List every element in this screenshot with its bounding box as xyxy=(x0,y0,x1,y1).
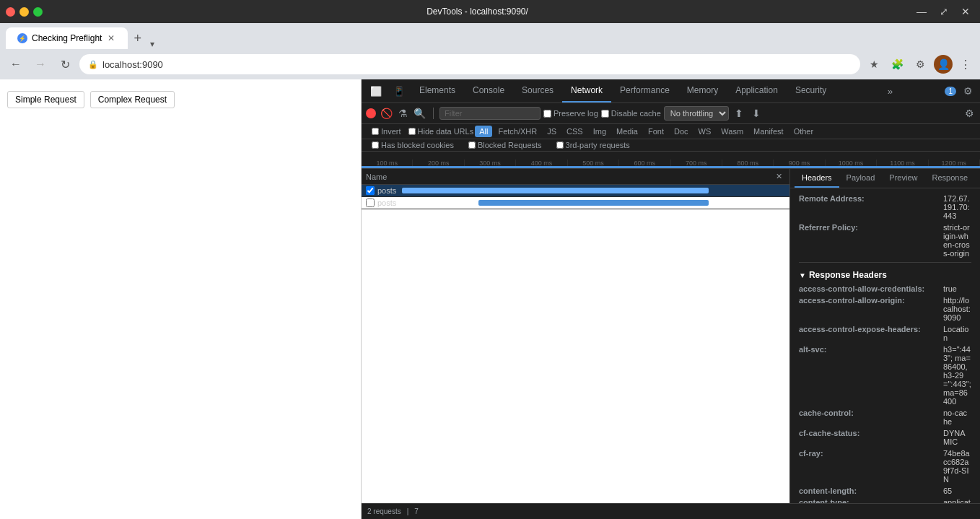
device-icon[interactable]: 📱 xyxy=(388,82,411,101)
notification-badge: 1 xyxy=(945,87,956,96)
details-tab-initiator[interactable]: Initiator xyxy=(975,169,980,188)
tab-network[interactable]: Network xyxy=(562,79,611,103)
filter-css[interactable]: CSS xyxy=(562,126,587,137)
third-party-label[interactable]: 3rd-party requests xyxy=(556,141,630,149)
maximize-button[interactable] xyxy=(33,7,43,17)
tab-security[interactable]: Security xyxy=(787,79,835,103)
close-details-button[interactable]: ✕ xyxy=(773,172,785,181)
invert-label[interactable]: Invert xyxy=(372,127,401,136)
filter-ws[interactable]: WS xyxy=(694,126,716,137)
details-content: Remote Address: 172.67.191.70:443 Referr… xyxy=(790,188,980,503)
tab-more-button[interactable]: ▾ xyxy=(150,39,154,49)
remote-address-row: Remote Address: 172.67.191.70:443 xyxy=(799,193,971,222)
address-text: localhost:9090 xyxy=(102,59,163,70)
details-tab-payload[interactable]: Payload xyxy=(839,169,883,188)
filter-img[interactable]: Img xyxy=(589,126,611,137)
win-close-button[interactable]: ✕ xyxy=(957,4,974,19)
extension-button[interactable]: 🧩 xyxy=(888,55,906,74)
invert-checkbox[interactable] xyxy=(372,128,379,135)
win-maximize-button[interactable]: ⤢ xyxy=(935,4,953,19)
profile-button[interactable]: 👤 xyxy=(934,55,953,74)
has-blocked-cookies-checkbox[interactable] xyxy=(372,141,379,149)
hide-data-urls-label[interactable]: Hide data URLs xyxy=(408,127,474,136)
response-headers-section[interactable]: ▼ Response Headers xyxy=(799,266,971,283)
export-button[interactable]: ⬇ xyxy=(749,106,764,121)
address-input[interactable]: 🔒 localhost:9090 xyxy=(79,54,860,74)
header-row: content-length:65 xyxy=(799,485,971,497)
extensions-button[interactable]: ⚙ xyxy=(911,55,929,74)
preserve-log-checkbox[interactable] xyxy=(543,110,551,118)
back-button[interactable]: ← xyxy=(6,54,26,74)
close-button[interactable] xyxy=(6,7,15,17)
details-tab-headers[interactable]: Headers xyxy=(795,169,839,188)
filter-all[interactable]: All xyxy=(475,126,492,137)
reload-button[interactable]: ↻ xyxy=(55,54,75,74)
network-item-posts-1[interactable]: posts xyxy=(362,185,789,197)
tab-sources[interactable]: Sources xyxy=(513,79,562,103)
tab-application[interactable]: Application xyxy=(727,79,787,103)
item-checkbox-2[interactable] xyxy=(366,199,375,207)
details-tab-response[interactable]: Response xyxy=(924,169,975,188)
tab-memory[interactable]: Memory xyxy=(678,79,727,103)
devtools-tabs-bar: ⬜ 📱 Elements Console Sources Network Per… xyxy=(362,79,980,103)
new-tab-button[interactable]: + xyxy=(128,28,147,49)
tab-elements[interactable]: Elements xyxy=(411,79,464,103)
item-bar-1 xyxy=(402,188,709,193)
clear-button[interactable]: 🚫 xyxy=(379,106,394,121)
details-tab-preview[interactable]: Preview xyxy=(882,169,924,188)
tab-bar: ⚡ Checking Preflight ✕ + ▾ xyxy=(0,23,980,49)
throttle-select[interactable]: No throttling xyxy=(664,106,729,121)
content-area: Simple Request Complex Request ⬜ 📱 Eleme… xyxy=(0,79,980,519)
filter-other[interactable]: Other xyxy=(789,126,818,137)
header-key: access-control-allow-origin: xyxy=(799,296,943,322)
record-button[interactable] xyxy=(366,108,376,118)
filter-font[interactable]: Font xyxy=(644,126,668,137)
more-tabs-button[interactable]: » xyxy=(883,82,897,101)
minimize-button[interactable] xyxy=(19,7,29,17)
tab-console[interactable]: Console xyxy=(464,79,513,103)
filter-fetch-xhr[interactable]: Fetch/XHR xyxy=(494,126,541,137)
menu-button[interactable]: ⋮ xyxy=(957,55,974,74)
timeline-row: 100 ms200 ms300 ms400 ms500 ms600 ms700 … xyxy=(362,152,980,169)
filter-doc[interactable]: Doc xyxy=(670,126,693,137)
hide-data-urls-checkbox[interactable] xyxy=(408,128,416,135)
has-blocked-cookies-label[interactable]: Has blocked cookies xyxy=(372,141,454,149)
filter-media[interactable]: Media xyxy=(612,126,642,137)
filter-manifest[interactable]: Manifest xyxy=(749,126,788,137)
item-bar-container-1 xyxy=(402,186,785,195)
win-minimize-button[interactable]: — xyxy=(912,4,931,19)
devtools-settings-button[interactable]: ⚙ xyxy=(959,81,977,101)
browser-tab[interactable]: ⚡ Checking Preflight ✕ xyxy=(6,27,128,49)
network-toolbar: 🚫 ⚗ 🔍 Preserve log Disable cache No thro… xyxy=(362,103,980,124)
header-value: 74be8acc682a9f7d-SIN xyxy=(943,449,971,484)
dock-icons: ⬜ 📱 xyxy=(364,82,411,101)
third-party-checkbox[interactable] xyxy=(556,141,564,149)
tab-favicon: ⚡ xyxy=(17,33,27,43)
section-arrow-icon: ▼ xyxy=(799,271,806,279)
filter-button[interactable]: ⚗ xyxy=(397,106,409,121)
filter-js[interactable]: JS xyxy=(543,126,561,137)
tab-performance[interactable]: Performance xyxy=(611,79,678,103)
network-settings-button[interactable]: ⚙ xyxy=(963,106,976,121)
disable-cache-checkbox[interactable] xyxy=(601,110,609,118)
preserve-log-label[interactable]: Preserve log xyxy=(543,109,598,118)
search-button[interactable]: 🔍 xyxy=(412,106,427,121)
complex-request-button[interactable]: Complex Request xyxy=(90,91,175,108)
network-item-posts-2[interactable]: posts xyxy=(362,197,789,209)
bookmark-button[interactable]: ★ xyxy=(865,55,883,74)
blocked-requests-label[interactable]: Blocked Requests xyxy=(468,141,542,149)
inspect-icon[interactable]: ⬜ xyxy=(364,82,388,101)
filter-wasm[interactable]: Wasm xyxy=(717,126,748,137)
item-name-1: posts xyxy=(377,186,396,195)
tab-close-button[interactable]: ✕ xyxy=(106,33,116,43)
forward-button[interactable]: → xyxy=(30,54,51,74)
blocked-requests-checkbox[interactable] xyxy=(468,141,476,149)
item-checkbox-1[interactable] xyxy=(366,186,375,195)
headers-list: access-control-allow-credentials:trueacc… xyxy=(799,283,971,503)
filter-input[interactable] xyxy=(439,107,541,120)
blocked-cookies-row: Has blocked cookies Blocked Requests 3rd… xyxy=(362,139,980,152)
disable-cache-label[interactable]: Disable cache xyxy=(601,109,661,118)
import-button[interactable]: ⬆ xyxy=(732,106,746,121)
simple-request-button[interactable]: Simple Request xyxy=(7,91,84,108)
address-bar: ← → ↻ 🔒 localhost:9090 ★ 🧩 ⚙ 👤 ⋮ xyxy=(0,49,980,79)
